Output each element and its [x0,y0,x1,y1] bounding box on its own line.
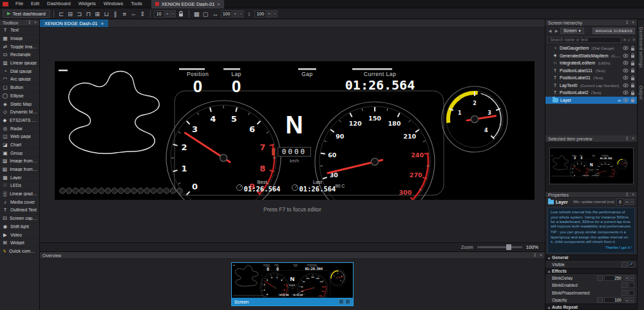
pin-icon[interactable]: ↧ [625,20,629,25]
toolbox-item[interactable]: ◎ Radar [0,124,39,133]
close-icon[interactable]: × [632,192,634,197]
binding-button[interactable] [621,262,627,267]
pin-icon[interactable]: ↧ [28,20,32,25]
value-decrease-button[interactable]: − [630,275,634,281]
toolbox-item[interactable]: ◉ Shift light [0,223,39,231]
match-height-icon[interactable]: ⇕ [138,10,147,18]
hierarchy-tree-row[interactable]: ▶ T PositionLabel2 (Text) ∞ [545,89,637,97]
test-dashboard-button[interactable]: ▶ Test dashboard [3,10,50,18]
toolbox-item[interactable]: ◆ ETS2/ATS Map [0,117,39,125]
toolbox-item[interactable]: ⊡ Screen capture [0,215,39,223]
toolbox-item[interactable]: ▧ Image from Url [0,166,39,174]
pin-icon[interactable]: ↧ [533,253,537,258]
hierarchy-tree-row[interactable]: ▶ ∷ IntegratedLedItem (LEDs) ∞ [545,59,637,67]
toolbox-item[interactable]: T Outlined Text [0,206,39,215]
hierarchy-tree-row[interactable]: ▶ Layer ∞ [545,97,637,104]
title-document-tab[interactable]: XENION EDGE Dash-01 × [151,0,224,8]
interval-increase-button[interactable]: + [625,199,629,205]
link-icon[interactable]: ∞ [618,98,621,102]
grid-width-value[interactable]: 100 [221,10,232,17]
grid-toggle-icon[interactable]: ▦ [193,10,201,18]
snap-size-value[interactable]: 10 [154,10,164,17]
lock-icon[interactable] [177,10,185,18]
dismiss-info-link[interactable]: Thanks I got it ! [551,246,632,250]
property-checkbox[interactable] [629,262,634,267]
toolbox-item[interactable]: T Text [0,26,39,35]
align-center-vertical-icon[interactable]: ⊞ [93,10,102,18]
visibility-eye-icon[interactable] [623,83,629,88]
snap-increase-button[interactable]: + [165,10,170,17]
back-icon[interactable]: ◀ [547,28,553,33]
grid-height-value[interactable]: 100 [254,10,266,17]
list-filter-icon[interactable]: ≡ [632,37,635,42]
grid-height-decrease-button[interactable]: − [272,10,278,17]
visibility-eye-icon[interactable] [623,61,629,65]
pin-icon[interactable]: ↧ [625,192,629,197]
clear-search-icon[interactable]: × [623,37,626,42]
grid-width-decrease-button[interactable]: − [238,10,243,17]
snap-decrease-button[interactable]: − [171,10,176,17]
lock-icon[interactable] [630,82,635,88]
distribute-vertical-icon[interactable]: ≡ [120,10,129,18]
menu-item[interactable]: Windows [100,0,127,8]
hierarchy-tree-row[interactable]: ▶ T LapText0 (Current Lap Number) ∞ [545,82,637,90]
value-increase-button[interactable]: + [625,275,629,281]
visibility-eye-icon[interactable] [623,75,629,80]
toolbox-item[interactable]: ▶ Video [0,231,39,239]
match-width-icon[interactable]: ⇔ [129,10,138,18]
manage-screens-button[interactable]: MANAGE SCREENS [592,28,635,34]
toolbox-item[interactable]: ▢ Button [0,84,39,92]
design-canvas[interactable]: 0123456789306090120150180210240270300123… [40,28,545,242]
close-icon[interactable]: × [101,21,104,26]
search-input[interactable] [547,37,621,43]
toolbox-item[interactable]: ▥ Linear gauge [0,59,39,68]
lock-icon[interactable] [630,46,635,51]
dashboard-design-surface[interactable]: 0123456789306090120150180210240270300123… [55,61,535,200]
section-header-effects[interactable]: ▴ Effects [545,268,637,275]
toolbox-item[interactable]: ◯ Ellipse [0,92,39,101]
toolbox-item[interactable]: ⇄ Toggle Image [0,43,39,51]
overview-screen-action-icon[interactable] [345,299,350,304]
hierarchy-tree-row[interactable]: ▶ ◈ GeneratedStaticMapItem (Generated St… [545,52,637,60]
screen-selector[interactable]: Screen ▾ [560,28,584,34]
search-icon[interactable]: ⌕ [628,37,630,43]
visibility-eye-icon[interactable] [623,53,629,58]
align-right-icon[interactable]: ⊐ [75,10,84,18]
binding-button[interactable] [597,297,603,303]
hierarchy-tree-row[interactable]: ▶ T PositionLabel111 (Text) ∞ [545,67,637,75]
toolbox-item[interactable]: ▦ Image [0,35,39,43]
menu-item[interactable]: Tools [127,0,146,8]
property-checkbox[interactable] [629,282,634,288]
lock-icon[interactable] [630,90,635,95]
toolbox-item[interactable]: ◠ Arc gauge [0,75,39,84]
update-interval-value[interactable]: 0 [616,199,624,206]
align-top-icon[interactable]: ⊓ [84,10,93,18]
close-icon[interactable]: × [34,20,37,25]
overview-screen-bar[interactable]: Screen [232,298,353,305]
toolbox-item[interactable]: ▨ Image from file [0,157,39,166]
edge-tab-output[interactable]: Output [639,86,643,100]
value-increase-button[interactable]: + [625,297,629,303]
toolbox-item[interactable]: ▒ Linear gradient [0,190,39,199]
toolbox-item[interactable]: ∷ LEDs [0,182,39,190]
snap-toggle-icon[interactable]: ▢ [202,10,210,18]
overview-dashboard-preview[interactable]: 0123456789306090120150180210240270300123… [232,263,353,298]
lock-icon[interactable] [630,97,635,102]
property-value[interactable]: 100 [604,297,623,303]
toolbox-item[interactable]: ◫ Web page [0,133,39,141]
overview-screen-thumbnail[interactable]: 0123456789306090120150180210240270300123… [231,262,354,306]
property-checkbox[interactable] [629,290,634,296]
distribute-horizontal-icon[interactable]: ∥ [111,10,120,18]
menu-item[interactable]: Dashboard [43,0,75,8]
toolbox-item[interactable]: ◈ Static Map [0,100,39,108]
visibility-eye-icon[interactable] [623,68,629,73]
lock-icon[interactable] [630,53,635,58]
lock-icon[interactable] [630,68,635,73]
zoom-slider-thumb[interactable] [506,244,511,250]
forward-icon[interactable]: ▶ [554,28,559,33]
grid-height-increase-button[interactable]: + [267,10,272,17]
close-icon[interactable]: × [540,253,542,258]
section-header-general[interactable]: ▴ General [545,255,637,261]
lock-icon[interactable] [630,61,635,66]
binding-button[interactable] [621,290,627,296]
